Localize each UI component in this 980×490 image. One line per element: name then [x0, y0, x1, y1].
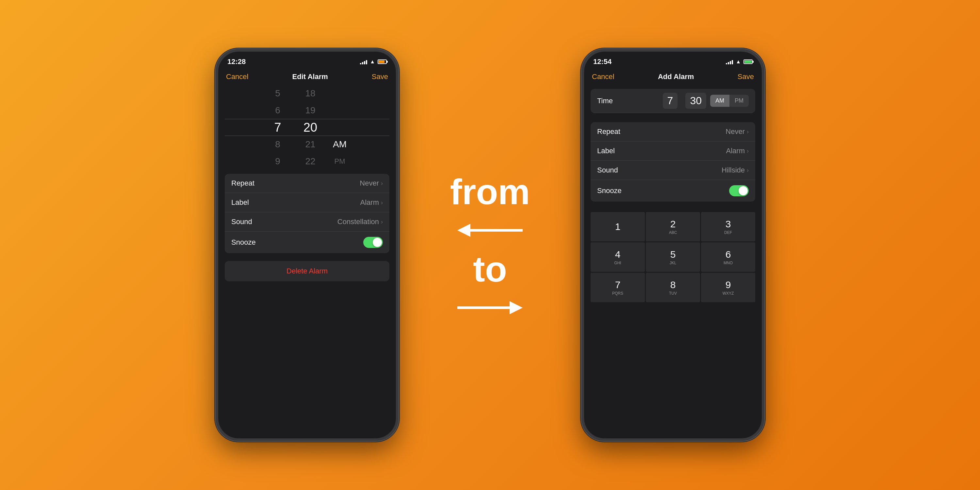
repeat-label-right: Repeat: [597, 127, 620, 136]
repeat-text-left: Never: [360, 179, 379, 188]
repeat-text-right: Never: [725, 127, 745, 136]
nav-bar-right: Cancel Add Alarm Save: [584, 70, 762, 85]
am-selected[interactable]: AM: [327, 136, 353, 153]
to-text: to: [473, 248, 507, 290]
pm-button-right[interactable]: PM: [729, 95, 749, 107]
ampm-column[interactable]: AM PM: [327, 85, 353, 170]
delete-row[interactable]: Delete Alarm: [225, 261, 390, 281]
label-value-right: Alarm ›: [726, 147, 749, 155]
numpad-key-7[interactable]: 7 PQRS: [590, 273, 645, 302]
numpad-key-3[interactable]: 3 DEF: [701, 212, 755, 242]
numpad-key-1[interactable]: 1: [590, 212, 645, 242]
label-label-left: Label: [231, 198, 249, 207]
am-button-right[interactable]: AM: [710, 95, 729, 107]
numpad-key-8[interactable]: 8 TUV: [646, 273, 700, 302]
save-button-right[interactable]: Save: [738, 73, 754, 81]
snooze-toggle-left[interactable]: [363, 237, 383, 248]
numpad-number-8: 8: [670, 279, 676, 290]
snooze-row-right[interactable]: Snooze: [590, 180, 755, 202]
snooze-row-left[interactable]: Snooze: [225, 232, 390, 253]
settings-section-right: Repeat Never › Label Alarm ›: [590, 122, 755, 202]
numpad-number-2: 2: [670, 218, 676, 230]
hour-9: 9: [261, 153, 294, 170]
sound-value-left: Constellation ›: [337, 218, 383, 226]
minute-column[interactable]: 17 18 19 20 21 22 23: [294, 85, 327, 170]
numpad-number-1: 1: [615, 221, 620, 232]
repeat-row-right[interactable]: Repeat Never ›: [590, 122, 755, 142]
minute-20-selected: 20: [294, 119, 327, 136]
ampm-spacer1: [327, 85, 353, 102]
numpad-number-3: 3: [725, 218, 731, 230]
minute-18: 18: [294, 85, 327, 102]
label-text-right: Alarm: [726, 147, 745, 155]
numpad-number-6: 6: [725, 249, 731, 260]
save-button-left[interactable]: Save: [372, 73, 388, 81]
label-label-right: Label: [597, 147, 615, 155]
status-time-right: 12:54: [593, 57, 611, 66]
from-text: from: [450, 171, 530, 212]
sound-text-right: Hillside: [722, 166, 745, 175]
label-row-left[interactable]: Label Alarm ›: [225, 193, 390, 212]
arrow-left-icon: [454, 219, 526, 242]
numpad-number-9: 9: [725, 279, 731, 290]
time-hour[interactable]: 7: [663, 93, 678, 109]
wifi-icon-left: ▲: [370, 59, 375, 65]
cancel-button-left[interactable]: Cancel: [226, 73, 248, 81]
label-chevron-left: ›: [381, 199, 383, 206]
minute-21: 21: [294, 136, 327, 153]
sound-chevron-right: ›: [747, 167, 749, 174]
repeat-value-left: Never ›: [360, 179, 383, 188]
arrow-left-row: [454, 219, 526, 242]
numpad-key-6[interactable]: 6 MNO: [701, 242, 755, 272]
sound-label-left: Sound: [231, 218, 252, 226]
time-row-right[interactable]: Time 7 30 AM PM: [590, 89, 755, 113]
status-time-left: 12:28: [228, 57, 246, 66]
numpad-letters-3: DEF: [724, 230, 732, 235]
phone-right: 12:54 ▲ Cancel Add Alarm: [581, 49, 764, 441]
time-picker-left[interactable]: 4 5 6 7 8 9 10 17 18 19 20 21 22 23: [218, 85, 396, 170]
nav-bar-left: Cancel Edit Alarm Save: [218, 70, 396, 85]
sound-row-right[interactable]: Sound Hillside ›: [590, 161, 755, 180]
sound-row-left[interactable]: Sound Constellation ›: [225, 212, 390, 232]
snooze-toggle-right[interactable]: [729, 185, 749, 196]
ampm-selector-right[interactable]: AM PM: [710, 95, 749, 107]
numpad-letters-7: PQRS: [612, 291, 623, 296]
arrows-section: from to: [425, 171, 555, 319]
hour-column[interactable]: 4 5 6 7 8 9 10: [261, 85, 294, 170]
numpad-number-4: 4: [615, 249, 620, 260]
hour-8: 8: [261, 136, 294, 153]
settings-content-right: Time 7 30 AM PM: [584, 85, 762, 438]
numpad-key-9[interactable]: 9 WXYZ: [701, 273, 755, 302]
pm-option[interactable]: PM: [327, 153, 353, 170]
delete-label[interactable]: Delete Alarm: [286, 267, 328, 275]
sound-label-right: Sound: [597, 166, 618, 175]
numpad-letters-6: MNO: [724, 261, 733, 265]
battery-icon-left: [378, 59, 387, 64]
numpad-letters-5: JKL: [670, 261, 676, 265]
arrow-right-icon: [454, 296, 526, 319]
repeat-row-left[interactable]: Repeat Never ›: [225, 174, 390, 193]
numpad-key-5[interactable]: 5 JKL: [646, 242, 700, 272]
status-bar-left: 12:28 ▲: [218, 52, 396, 70]
snooze-label-right: Snooze: [597, 186, 622, 195]
numpad-key-4[interactable]: 4 GHI: [590, 242, 645, 272]
label-chevron-right: ›: [747, 148, 749, 154]
label-text-left: Alarm: [360, 198, 379, 207]
snooze-label-left: Snooze: [231, 238, 256, 247]
time-display-right: 7 30 AM PM: [663, 93, 749, 109]
numpad-key-2[interactable]: 2 ABC: [646, 212, 700, 242]
numpad-number-5: 5: [670, 249, 676, 260]
label-row-right[interactable]: Label Alarm ›: [590, 142, 755, 161]
sound-value-right: Hillside ›: [722, 166, 749, 175]
numpad-number-7: 7: [615, 279, 620, 290]
signal-icon-left: [360, 59, 367, 64]
cancel-button-right[interactable]: Cancel: [592, 73, 614, 81]
time-minute[interactable]: 30: [685, 93, 706, 109]
ampm-spacer3: [327, 119, 353, 136]
phone-left-screen: 12:28 ▲ Cancel Edit Alarm: [218, 52, 396, 438]
status-icons-right: ▲: [726, 59, 752, 65]
nav-title-right: Add Alarm: [658, 73, 694, 81]
repeat-value-right: Never ›: [725, 127, 749, 136]
signal-icon-right: [726, 59, 733, 64]
scene: 12:28 ▲ Cancel Edit Alarm: [0, 0, 980, 490]
